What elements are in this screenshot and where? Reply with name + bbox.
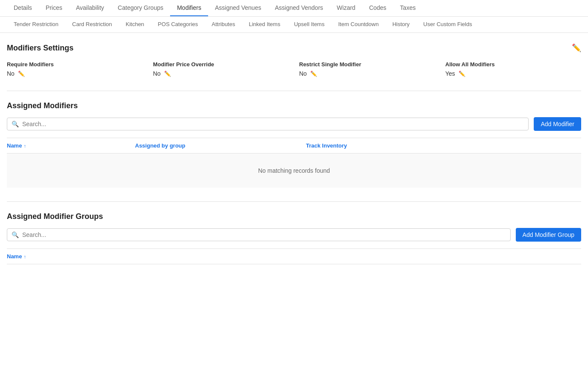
restrict-single-modifier-edit-icon[interactable]: ✏️ bbox=[310, 71, 317, 77]
modifiers-table-header: Name ↑ Assigned by group Track Inventory bbox=[7, 138, 581, 154]
tab-assigned-vendors[interactable]: Assigned Vendors bbox=[268, 0, 330, 16]
modifier-price-override-value: No bbox=[153, 70, 161, 77]
divider-2 bbox=[7, 201, 581, 202]
restrict-single-modifier-value-row: No ✏️ bbox=[299, 70, 435, 77]
setting-restrict-single-modifier: Restrict Single Modifier No ✏️ bbox=[299, 61, 435, 77]
tab-details[interactable]: Details bbox=[7, 0, 39, 16]
assigned-modifiers-section: Assigned Modifiers 🔍 Add Modifier Name ↑… bbox=[7, 101, 581, 188]
assigned-modifiers-header: Assigned Modifiers bbox=[7, 101, 581, 110]
tab-taxes[interactable]: Taxes bbox=[393, 0, 423, 16]
modifier-price-override-value-row: No ✏️ bbox=[153, 70, 289, 77]
subtab-card-restriction[interactable]: Card Restriction bbox=[65, 17, 119, 32]
assigned-column-header: Assigned by group bbox=[135, 142, 306, 149]
track-inventory-column-header: Track Inventory bbox=[306, 142, 581, 149]
assigned-column-label: Assigned by group bbox=[135, 142, 185, 149]
modifier-groups-table-header: Name ↑ bbox=[7, 249, 581, 264]
setting-allow-all-modifiers: Allow All Modifiers Yes ✏️ bbox=[445, 61, 581, 77]
subtab-history[interactable]: History bbox=[385, 17, 416, 32]
assigned-modifier-groups-search-row: 🔍 Add Modifier Group bbox=[7, 228, 581, 242]
subtab-item-countdown[interactable]: Item Countdown bbox=[331, 17, 385, 32]
assigned-modifiers-search-row: 🔍 Add Modifier bbox=[7, 117, 581, 131]
modifier-price-override-edit-icon[interactable]: ✏️ bbox=[164, 71, 171, 77]
assigned-modifier-groups-header: Assigned Modifier Groups bbox=[7, 212, 581, 221]
allow-all-modifiers-label: Allow All Modifiers bbox=[445, 61, 581, 68]
name-sort-arrow-icon: ↑ bbox=[24, 143, 26, 148]
require-modifiers-edit-icon[interactable]: ✏️ bbox=[18, 71, 25, 77]
subtab-linked-items[interactable]: Linked Items bbox=[242, 17, 287, 32]
groups-name-sort-arrow-icon: ↑ bbox=[24, 254, 26, 259]
tab-codes[interactable]: Codes bbox=[362, 0, 393, 16]
col-header-track: Track Inventory bbox=[306, 142, 581, 149]
tab-assigned-venues[interactable]: Assigned Venues bbox=[208, 0, 268, 16]
track-inventory-column-label: Track Inventory bbox=[306, 142, 347, 149]
subtab-upsell-items[interactable]: Upsell Items bbox=[287, 17, 332, 32]
require-modifiers-value-row: No ✏️ bbox=[7, 70, 143, 77]
modifier-price-override-label: Modifier Price Override bbox=[153, 61, 289, 68]
groups-search-input[interactable] bbox=[22, 231, 506, 238]
modifiers-settings-section: Modifiers Settings ✏️ Require Modifiers … bbox=[7, 43, 581, 77]
search-input[interactable] bbox=[22, 121, 524, 127]
restrict-single-modifier-label: Restrict Single Modifier bbox=[299, 61, 435, 68]
require-modifiers-label: Require Modifiers bbox=[7, 61, 143, 68]
tab-prices[interactable]: Prices bbox=[39, 0, 69, 16]
search-icon: 🔍 bbox=[12, 121, 19, 127]
tab-modifiers[interactable]: Modifiers bbox=[170, 0, 208, 16]
groups-col-header-name: Name ↑ bbox=[7, 253, 135, 260]
add-modifier-button[interactable]: Add Modifier bbox=[534, 117, 581, 131]
settings-grid: Require Modifiers No ✏️ Modifier Price O… bbox=[7, 61, 581, 77]
assigned-modifier-groups-section: Assigned Modifier Groups 🔍 Add Modifier … bbox=[7, 212, 581, 264]
require-modifiers-value: No bbox=[7, 70, 15, 77]
assigned-modifiers-title: Assigned Modifiers bbox=[7, 101, 78, 110]
col-header-name: Name ↑ bbox=[7, 142, 135, 149]
sub-navigation: Tender Restriction Card Restriction Kitc… bbox=[0, 17, 588, 33]
modifiers-settings-edit-icon[interactable]: ✏️ bbox=[572, 43, 581, 53]
assigned-modifiers-search-bar[interactable]: 🔍 bbox=[7, 118, 529, 130]
assigned-modifier-groups-search-bar[interactable]: 🔍 bbox=[7, 228, 511, 241]
subtab-user-custom-fields[interactable]: User Custom Fields bbox=[417, 17, 479, 32]
modifiers-settings-title: Modifiers Settings bbox=[7, 44, 74, 53]
subtab-tender-restriction[interactable]: Tender Restriction bbox=[7, 17, 65, 32]
subtab-attributes[interactable]: Attributes bbox=[205, 17, 242, 32]
setting-modifier-price-override: Modifier Price Override No ✏️ bbox=[153, 61, 289, 77]
groups-name-column-header[interactable]: Name ↑ bbox=[7, 253, 135, 260]
add-modifier-group-button[interactable]: Add Modifier Group bbox=[516, 228, 581, 242]
name-column-header[interactable]: Name ↑ bbox=[7, 142, 135, 149]
assigned-modifier-groups-title: Assigned Modifier Groups bbox=[7, 212, 103, 221]
allow-all-modifiers-value: Yes bbox=[445, 70, 455, 77]
main-content: Modifiers Settings ✏️ Require Modifiers … bbox=[0, 33, 588, 288]
allow-all-modifiers-edit-icon[interactable]: ✏️ bbox=[459, 71, 465, 77]
tab-availability[interactable]: Availability bbox=[69, 0, 111, 16]
tab-wizard[interactable]: Wizard bbox=[330, 0, 362, 16]
groups-name-column-label: Name bbox=[7, 253, 22, 260]
modifiers-settings-header: Modifiers Settings ✏️ bbox=[7, 43, 581, 53]
subtab-kitchen[interactable]: Kitchen bbox=[119, 17, 151, 32]
subtab-pos-categories[interactable]: POS Categories bbox=[151, 17, 205, 32]
divider-1 bbox=[7, 91, 581, 91]
modifiers-table-empty: No matching records found bbox=[7, 154, 581, 188]
groups-search-icon: 🔍 bbox=[12, 231, 19, 238]
col-header-assigned: Assigned by group bbox=[135, 142, 306, 149]
name-column-label: Name bbox=[7, 142, 22, 149]
tab-category-groups[interactable]: Category Groups bbox=[111, 0, 171, 16]
setting-require-modifiers: Require Modifiers No ✏️ bbox=[7, 61, 143, 77]
top-navigation: Details Prices Availability Category Gro… bbox=[0, 0, 588, 17]
restrict-single-modifier-value: No bbox=[299, 70, 307, 77]
allow-all-modifiers-value-row: Yes ✏️ bbox=[445, 70, 581, 77]
